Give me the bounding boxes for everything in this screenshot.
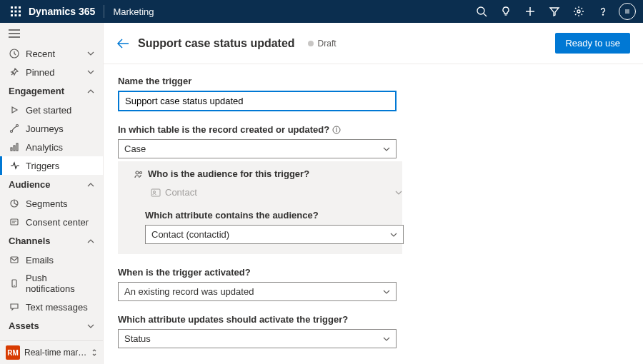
svg-rect-0 (11, 6, 13, 9)
trigger-form: Name the trigger In which table is the r… (104, 64, 643, 364)
waffle-icon[interactable] (6, 1, 26, 21)
chevron-down-icon (87, 51, 94, 56)
select-value: Status (124, 333, 151, 344)
topbar-divider (104, 5, 104, 18)
status-badge: Draft (308, 39, 337, 49)
email-icon (9, 254, 20, 266)
chevron-down-icon (383, 337, 390, 341)
svg-rect-30 (11, 257, 18, 263)
chevron-up-icon (87, 89, 94, 93)
status-dot-icon (308, 41, 314, 46)
sidebar-label: Push notifications (26, 273, 94, 294)
audience-box: Who is the audience for this trigger? Co… (118, 161, 402, 254)
svg-rect-29 (11, 219, 18, 225)
chevron-down-icon (383, 147, 390, 151)
svg-rect-1 (15, 6, 17, 9)
info-icon[interactable] (332, 126, 341, 134)
sidebar-label: Recent (26, 49, 55, 59)
table-select[interactable]: Case (118, 139, 397, 158)
chevron-down-icon (87, 70, 94, 74)
svg-point-39 (154, 191, 156, 193)
svg-rect-8 (19, 14, 21, 16)
sidebar-item-triggers[interactable]: Triggers (0, 156, 103, 175)
sidebar-label: Get started (26, 105, 71, 116)
sidebar-label: Emails (26, 255, 54, 266)
section-engagement[interactable]: Engagement (0, 81, 103, 101)
svg-rect-25 (11, 148, 12, 151)
field-attr-updates: Which attribute updates should activate … (118, 314, 629, 348)
section-label: Engagement (9, 86, 64, 96)
topbar: Dynamics 365 Marketing (0, 0, 643, 23)
sidebar-label: Segments (26, 198, 68, 209)
avatar[interactable] (617, 1, 637, 21)
sidebar-item-emails[interactable]: Emails (0, 251, 103, 269)
sidebar-item-recent[interactable]: Recent (0, 44, 103, 63)
label-table: In which table is the record created or … (118, 124, 629, 135)
select-value: Contact (contactid) (151, 229, 229, 240)
status-text: Draft (318, 39, 337, 49)
sidebar-label: Text messages (26, 302, 88, 313)
main-content: Support case status updated Draft Ready … (104, 23, 643, 364)
area-name: Marketing (113, 6, 154, 17)
label-name: Name the trigger (118, 76, 629, 86)
svg-rect-38 (151, 189, 160, 196)
hamburger-icon[interactable] (0, 23, 103, 44)
sidebar-item-segments[interactable]: Segments (0, 194, 103, 213)
chevron-up-icon (87, 183, 94, 187)
name-input[interactable] (118, 91, 397, 111)
label-attr-updates: Which attribute updates should activate … (118, 314, 629, 325)
sidebar-label: Journeys (26, 123, 64, 134)
section-assets[interactable]: Assets (0, 316, 103, 335)
sidebar-item-get-started[interactable]: Get started (0, 101, 103, 119)
analytics-icon (9, 141, 20, 153)
attr-updates-select[interactable]: Status (118, 329, 397, 348)
sidebar-item-consent-center[interactable]: Consent center (0, 213, 103, 231)
sidebar-item-journeys[interactable]: Journeys (0, 119, 103, 138)
section-label: Channels (9, 236, 51, 246)
sidebar: Recent Pinned Engagement Get started Jou… (0, 23, 104, 364)
sidebar-label: Triggers (26, 161, 59, 171)
section-channels[interactable]: Channels (0, 231, 103, 251)
select-value: Case (124, 143, 146, 154)
back-button[interactable] (116, 38, 129, 49)
sidebar-item-text[interactable]: Text messages (0, 298, 103, 316)
audience-title: Who is the audience for this trigger? (134, 168, 392, 179)
section-label: Assets (9, 320, 39, 331)
label-audience-attr: Which attribute contains the audience? (145, 210, 392, 221)
sidebar-item-pinned[interactable]: Pinned (0, 63, 103, 81)
svg-point-35 (337, 128, 337, 128)
clock-icon (9, 48, 20, 59)
gear-icon[interactable] (569, 1, 589, 21)
svg-rect-26 (14, 146, 15, 151)
audience-attr-select[interactable]: Contact (contactid) (145, 225, 404, 244)
ready-to-use-button[interactable]: Ready to use (555, 33, 630, 54)
svg-point-9 (477, 7, 484, 14)
filter-icon[interactable] (544, 1, 564, 21)
lightbulb-icon[interactable] (496, 1, 516, 21)
journey-icon (9, 123, 20, 134)
svg-rect-7 (15, 14, 17, 16)
svg-point-14 (577, 10, 580, 13)
audience-readonly-value: Contact (165, 187, 197, 198)
help-icon[interactable] (593, 1, 613, 21)
section-audience[interactable]: Audience (0, 175, 103, 194)
chevron-down-icon (395, 191, 402, 195)
segments-icon (9, 198, 20, 209)
search-icon[interactable] (472, 1, 492, 21)
sidebar-item-push[interactable]: Push notifications (0, 269, 103, 298)
sidebar-label: Consent center (26, 217, 89, 228)
svg-rect-27 (16, 143, 18, 151)
svg-rect-4 (15, 11, 17, 13)
add-icon[interactable] (520, 1, 540, 21)
sidebar-label: Analytics (26, 142, 63, 153)
svg-line-10 (484, 14, 487, 16)
svg-point-37 (140, 171, 142, 173)
svg-rect-5 (19, 11, 21, 13)
environment-picker[interactable]: RM Real-time marketi... (0, 340, 103, 364)
sidebar-item-analytics[interactable]: Analytics (0, 138, 103, 156)
field-when: When is the trigger activated? An existi… (118, 267, 629, 301)
when-select[interactable]: An existing record was updated (118, 282, 397, 301)
field-table: In which table is the record created or … (118, 124, 629, 254)
svg-rect-6 (11, 14, 13, 16)
svg-rect-2 (19, 6, 21, 9)
